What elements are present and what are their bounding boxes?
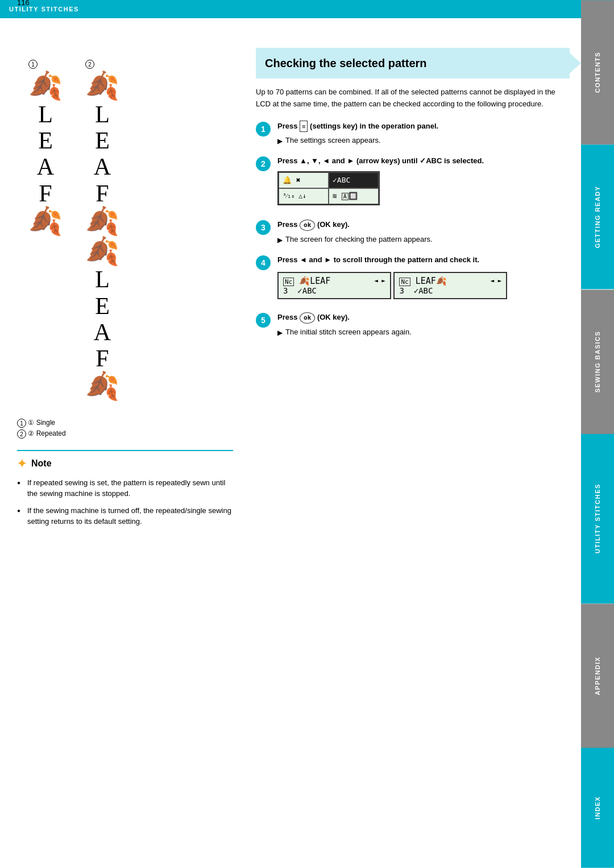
step-2: 2 Press ▲, ▼, ◄ and ► (arrow keys) until… [256,155,570,210]
scroll-label-2: Nc LEAF🍂 [399,276,446,286]
leaf-r-char-E: E [95,127,110,154]
ok-key-icon-3: ok [300,220,315,232]
note-list: If repeated sewing is set, the pattern i… [17,477,233,527]
leaf-r-char-1: 🍂 [85,71,119,101]
arrow-icon-5: ▶ [277,328,283,338]
top-bar: UTILITY STITCHES [0,0,614,18]
arrow-icon-3: ▶ [277,235,283,245]
step-5-result: ▶ The initial stitch screen appears agai… [277,326,570,338]
lcd-cell-3: ³⁄₁₆ △↓ [279,188,329,204]
sidebar-item-getting-ready[interactable]: GETTING READY [581,144,614,289]
page-number: 116 [17,0,30,7]
sidebar-item-contents[interactable]: CONTENTS [581,0,614,144]
lcd-settings-display: 🔔 ✖ ✓ABC ³⁄₁₆ △↓ ≋ A🔲 [277,171,380,205]
leaf-r-char-3: 🍂 [85,371,119,402]
leaf-r-char-L: L [95,101,110,127]
lcd-cell-4: ≋ A🔲 [329,188,379,204]
caption-repeated: 2 ② Repeated [17,429,233,439]
sidebar: CONTENTS GETTING READY SEWING BASICS UTI… [581,0,614,868]
sidebar-item-appendix[interactable]: APPENDIX [581,604,614,748]
step-3-content: Press ok (OK key). ▶ The screen for chec… [277,219,570,246]
sidebar-label-getting-ready: GETTING READY [594,186,601,249]
sidebar-label-index: INDEX [594,796,601,820]
label-single-num: 1 [28,59,63,69]
scroll-label-1: Nc 🍂LEAF [283,276,330,286]
step-4-content: Press ◄ and ► to scroll through the patt… [277,254,570,303]
leaf-char-L: L [38,101,53,127]
step-1-content: Press ≡ (settings key) in the operation … [277,121,570,147]
sidebar-item-index[interactable]: INDEX [581,748,614,868]
lcd-cell-1: 🔔 ✖ [279,172,329,188]
leaf-r-char-A2: A [94,319,111,345]
circle-2: 2 [85,60,94,69]
leaf-art: 1 🍂 L E A F 🍂 2 🍂 L E [17,53,233,413]
scroll-display-2: Nc LEAF🍂 ◄ ► 3 ✓ABC [393,272,507,299]
leaf-char-E: E [38,127,53,154]
leaf-r-char-A: A [94,154,111,180]
section-title: Checking the selected pattern [265,56,561,71]
step-1: 1 Press ≡ (settings key) in the operatio… [256,121,570,147]
step-num-4: 4 [256,255,271,270]
leaf-labels: 1 ① Single 2 ② Repeated [17,419,233,439]
sidebar-label-appendix: APPENDIX [594,656,601,695]
step-5: 5 Press ok (OK key). ▶ The initial stitc… [256,312,570,338]
scroll-bottom-1: 3 ✓ABC [283,286,317,295]
scroll-arrows-2: ◄ ► [491,277,502,284]
step-1-instruction: Press ≡ (settings key) in the operation … [277,121,570,133]
ok-key-icon-5: ok [300,312,315,324]
lcd-cell-yabc: ✓ABC [329,172,379,188]
left-column: 1 🍂 L E A F 🍂 2 🍂 L E [0,36,244,544]
arrow-icon-1: ▶ [277,136,283,146]
label-repeated-num: 2 [85,59,119,69]
leaf-char-1: 🍂 [28,71,63,101]
step-num-3: 3 [256,220,271,235]
leaf-r-char-F2: F [96,345,109,371]
sidebar-item-utility-stitches[interactable]: UTILITY STITCHES [581,434,614,604]
leaf-repeated-chars: 🍂 L E A F 🍂 🍂 L E A F 🍂 [85,71,119,402]
star-icon: ✦ [17,457,27,470]
leaf-r-char-E2: E [95,293,110,319]
sidebar-label-sewing-basics: SEWING BASICS [594,330,601,392]
step-4-instruction: Press ◄ and ► to scroll through the patt… [277,254,570,266]
step-2-content: Press ▲, ▼, ◄ and ► (arrow keys) until ✓… [277,155,570,210]
leaf-r-char-L2: L [95,266,110,292]
step-num-1: 1 [256,122,271,137]
section-header: Checking the selected pattern [256,48,570,78]
leaf-group-repeated: 2 🍂 L E A F 🍂 🍂 L E A F 🍂 [85,59,119,402]
step-5-instruction: Press ok (OK key). [277,312,570,324]
note-item-1: If repeated sewing is set, the pattern i… [17,477,233,499]
step-1-result: ▶ The settings screen appears. [277,135,570,146]
leaf-r-char-F: F [96,180,109,206]
right-column: Checking the selected pattern Up to 70 p… [244,36,581,358]
scroll-bottom-2: 3 ✓ABC [399,286,433,295]
leaf-char-2: 🍂 [28,206,63,237]
intro-text: Up to 70 patterns can be combined. If al… [256,86,570,110]
step-4: 4 Press ◄ and ► to scroll through the pa… [256,254,570,303]
note-title: ✦ Note [17,457,233,470]
leaf-r-char-leaf1: 🍂 [85,206,119,237]
step-2-instruction: Press ▲, ▼, ◄ and ► (arrow keys) until ✓… [277,155,570,167]
leaf-r-char-leaf2: 🍂 [85,237,119,267]
step-3-instruction: Press ok (OK key). [277,219,570,232]
sidebar-item-sewing-basics[interactable]: SEWING BASICS [581,290,614,434]
step-3: 3 Press ok (OK key). ▶ The screen for ch… [256,219,570,246]
note-section: ✦ Note If repeated sewing is set, the pa… [17,450,233,527]
leaf-group-single: 1 🍂 L E A F 🍂 [28,59,63,402]
leaf-char-A: A [37,154,54,180]
sidebar-label-utility-stitches: UTILITY STITCHES [594,484,601,554]
scroll-arrows-1: ◄ ► [374,277,385,284]
scroll-display-1: Nc 🍂LEAF ◄ ► 3 ✓ABC [277,272,391,299]
step-num-2: 2 [256,156,271,171]
note-item-2: If the sewing machine is turned off, the… [17,505,233,527]
leaf-char-F: F [39,180,52,206]
sidebar-label-contents: CONTENTS [594,52,601,93]
circle-1: 1 [28,60,38,69]
step-3-result: ▶ The screen for checking the pattern ap… [277,234,570,245]
leaf-single-chars: 🍂 L E A F 🍂 [28,71,63,236]
caption-single: 1 ① Single [17,419,233,428]
settings-key-icon: ≡ [300,121,308,133]
step-5-content: Press ok (OK key). ▶ The initial stitch … [277,312,570,338]
step-num-5: 5 [256,313,271,328]
